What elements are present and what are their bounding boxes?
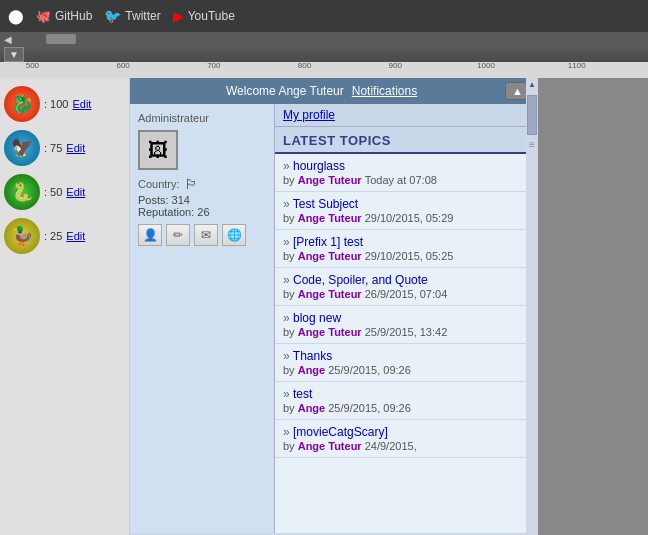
topic-item-4: blog new by Ange Tuteur 25/9/2015, 13:42: [275, 306, 538, 344]
main-area: 🐉 : 100 Edit 🦅 : 75 Edit 🐍 : 50 Edit 🦆 :…: [0, 78, 648, 535]
center-panel: Welcome Ange Tuteur Notifications ▲ Admi…: [130, 78, 538, 535]
github-link[interactable]: 🐙 GitHub: [36, 9, 92, 23]
by-label-4: by: [283, 326, 298, 338]
topic-meta-1: by Ange Tuteur 29/10/2015, 05:29: [283, 212, 530, 224]
topic-title-3[interactable]: Code, Spoiler, and Quote: [283, 273, 530, 287]
user-avatar: 🖼: [138, 130, 178, 170]
right-gray-area: [538, 78, 648, 535]
edit-icon: ✏: [173, 228, 183, 242]
topic-item-1: Test Subject by Ange Tuteur 29/10/2015, …: [275, 192, 538, 230]
rank-badge-25: 🦆: [4, 218, 40, 254]
topic-date-0: Today at 07:08: [365, 174, 437, 186]
rank-points-100: : 100: [44, 98, 68, 110]
profile-popup: Welcome Ange Tuteur Notifications ▲ Admi…: [130, 78, 538, 535]
country-label: Country:: [138, 178, 180, 190]
topic-title-7[interactable]: [movieCatgScary]: [283, 425, 530, 439]
topic-meta-6: by Ange 25/9/2015, 09:26: [283, 402, 530, 414]
topic-item-7: [movieCatgScary] by Ange Tuteur 24/9/201…: [275, 420, 538, 458]
v-scroll-up-arrow[interactable]: ▲: [526, 78, 538, 91]
user-action-buttons: 👤 ✏ ✉ 🌐: [138, 224, 266, 246]
user-reputation: Reputation: 26: [138, 206, 266, 218]
topic-author-0[interactable]: Ange Tuteur: [298, 174, 365, 186]
left-sidebar: 🐉 : 100 Edit 🦅 : 75 Edit 🐍 : 50 Edit 🦆 :…: [0, 78, 130, 535]
topic-title-1[interactable]: Test Subject: [283, 197, 530, 211]
twitter-link[interactable]: 🐦 Twitter: [104, 8, 160, 24]
topic-title-6[interactable]: test: [283, 387, 530, 401]
topic-title-4[interactable]: blog new: [283, 311, 530, 325]
github-icon: ⬤: [8, 8, 24, 24]
topic-date-1: 29/10/2015, 05:29: [365, 212, 454, 224]
topic-meta-2: by Ange Tuteur 29/10/2015, 05:25: [283, 250, 530, 262]
youtube-link[interactable]: ▶ YouTube: [173, 8, 235, 24]
topic-author-7[interactable]: Ange Tuteur: [298, 440, 365, 452]
rank-item-75: 🦅 : 75 Edit: [4, 130, 125, 166]
rank-edit-25[interactable]: Edit: [66, 230, 85, 242]
twitter-label: Twitter: [125, 9, 160, 23]
topic-title-2[interactable]: [Prefix 1] test: [283, 235, 530, 249]
topic-author-4[interactable]: Ange Tuteur: [298, 326, 365, 338]
topic-meta-0: by Ange Tuteur Today at 07:08: [283, 174, 530, 186]
user-country: Country: 🏳: [138, 176, 266, 192]
youtube-icon: ▶: [173, 8, 184, 24]
rank-badge-100: 🐉: [4, 86, 40, 122]
github-octocat-icon: 🐙: [36, 9, 51, 23]
ruler-label-900: 900: [389, 61, 402, 70]
web-icon: 🌐: [227, 228, 242, 242]
topic-title-0[interactable]: hourglass: [283, 159, 530, 173]
by-label-1: by: [283, 212, 298, 224]
rank-edit-100[interactable]: Edit: [72, 98, 91, 110]
topic-date-4: 25/9/2015, 13:42: [365, 326, 448, 338]
h-scrollbar[interactable]: ◀: [0, 32, 648, 46]
topic-meta-5: by Ange 25/9/2015, 09:26: [283, 364, 530, 376]
user-role: Administrateur: [138, 112, 266, 124]
up-arrow-icon: ▲: [512, 85, 523, 97]
topic-author-1[interactable]: Ange Tuteur: [298, 212, 365, 224]
topics-panel[interactable]: My profile LATEST TOPICS hourglass by An…: [275, 104, 538, 533]
by-label-7: by: [283, 440, 298, 452]
rank-points-75: : 75: [44, 142, 62, 154]
popup-content: Administrateur 🖼 Country: 🏳 Posts: 314 R…: [130, 104, 538, 533]
topic-meta-4: by Ange Tuteur 25/9/2015, 13:42: [283, 326, 530, 338]
topic-date-3: 26/9/2015, 07:04: [365, 288, 448, 300]
ruler: 500 600 700 800 900 1000 1100: [0, 62, 648, 78]
toolbar: ▼: [0, 46, 648, 62]
view-profile-button[interactable]: 👤: [138, 224, 162, 246]
ruler-label-1100: 1100: [568, 61, 586, 70]
rank-edit-50[interactable]: Edit: [66, 186, 85, 198]
rank-item-50: 🐍 : 50 Edit: [4, 174, 125, 210]
topic-title-5[interactable]: Thanks: [283, 349, 530, 363]
topic-author-3[interactable]: Ange Tuteur: [298, 288, 365, 300]
topic-date-5: 25/9/2015, 09:26: [328, 364, 411, 376]
my-profile-link[interactable]: My profile: [275, 104, 538, 127]
topic-author-6[interactable]: Ange: [298, 402, 329, 414]
by-label-5: by: [283, 364, 298, 376]
v-scrollbar[interactable]: ▲ ≡: [526, 78, 538, 535]
topic-author-2[interactable]: Ange Tuteur: [298, 250, 365, 262]
edit-profile-button[interactable]: ✏: [166, 224, 190, 246]
web-button[interactable]: 🌐: [222, 224, 246, 246]
topic-date-7: 24/9/2015,: [365, 440, 417, 452]
popup-header: Welcome Ange Tuteur Notifications ▲: [130, 78, 538, 104]
v-scroll-thumb[interactable]: [527, 95, 537, 135]
dropdown-arrow-icon: ▼: [9, 49, 19, 60]
by-label-2: by: [283, 250, 298, 262]
toolbar-dropdown[interactable]: ▼: [4, 47, 24, 62]
rank-badge-50: 🐍: [4, 174, 40, 210]
by-label-6: by: [283, 402, 298, 414]
latest-topics-header: LATEST TOPICS: [275, 127, 538, 154]
topic-author-5[interactable]: Ange: [298, 364, 329, 376]
topic-meta-7: by Ange Tuteur 24/9/2015,: [283, 440, 530, 452]
message-button[interactable]: ✉: [194, 224, 218, 246]
topic-item-3: Code, Spoiler, and Quote by Ange Tuteur …: [275, 268, 538, 306]
rank-item-100: 🐉 : 100 Edit: [4, 86, 125, 122]
h-scroll-thumb[interactable]: [46, 34, 76, 44]
topic-date-6: 25/9/2015, 09:26: [328, 402, 411, 414]
rank-badge-75: 🦅: [4, 130, 40, 166]
topic-meta-3: by Ange Tuteur 26/9/2015, 07:04: [283, 288, 530, 300]
rank-edit-75[interactable]: Edit: [66, 142, 85, 154]
notifications-label[interactable]: Notifications: [352, 84, 417, 98]
ruler-label-800: 800: [298, 61, 311, 70]
scroll-left-arrow[interactable]: ◀: [0, 34, 16, 45]
by-label-3: by: [283, 288, 298, 300]
rank-item-25: 🦆 : 25 Edit: [4, 218, 125, 254]
